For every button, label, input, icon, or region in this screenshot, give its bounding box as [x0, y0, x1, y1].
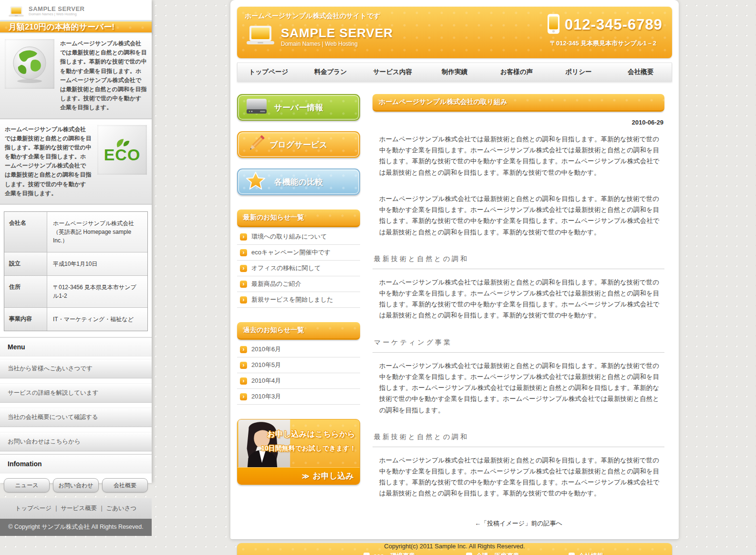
footer-link-greeting[interactable]: ごあいさつ: [106, 505, 136, 512]
archive-item[interactable]: ›2010年4月: [237, 373, 360, 389]
article-section-heading: 最新技術と自然との調和: [373, 433, 664, 447]
sidebar-menu-item-contact[interactable]: お問い合わせはこちらから: [0, 432, 152, 451]
news-panel-heading: 最新のお知らせ一覧: [237, 209, 360, 227]
main-page: ホームページサンプル株式会社のサイトです SAMPLE SERVER Domai…: [230, 0, 679, 540]
page: { "icons": { "list_arrow": "›", "footer_…: [0, 0, 756, 555]
news-button[interactable]: ニュース: [4, 478, 50, 492]
footer-link-top[interactable]: トップページ: [15, 505, 52, 512]
pencil-icon: [246, 133, 267, 156]
site-header: ホームページサンプル株式会社のサイトです SAMPLE SERVER Domai…: [237, 7, 672, 58]
news-item[interactable]: ›最新商品のご紹介: [237, 276, 360, 292]
table-row-value: ホームページサンプル株式会社 （英語表記 Homepage sample Inc…: [47, 212, 147, 252]
article-paragraph: ホームページサンプル株式会社では最新技術と自然との調和を目指します。革新的な技術…: [379, 455, 663, 499]
news-item[interactable]: ›新規サービスを開始しました: [237, 292, 360, 308]
table-row-label: 設立: [4, 252, 47, 275]
article-title: ホームページサンプル株式会社の取り組み: [373, 94, 664, 112]
site-logo-title: SAMPLE SERVER: [281, 27, 393, 39]
site-logo[interactable]: SAMPLE SERVER Domain Names | Web Hosting: [245, 25, 393, 49]
sidebar-menu-item-service[interactable]: サービスの詳細を解説しています: [0, 383, 152, 403]
footer-link-service[interactable]: サービス概要: [61, 505, 97, 512]
sidebar-menu-item-greeting[interactable]: 当社から皆様へごあいさつです: [0, 359, 152, 378]
article-paragraph: ホームページサンプル株式会社では最新技術と自然との調和を目指します。革新的な技術…: [379, 193, 663, 238]
sidebar-logo[interactable]: SAMPLE SERVER Domain Names | Web Hosting: [0, 0, 152, 20]
content-left-column: サーバー情報 ブログサービス 各機能の比較 最新のお知らせ一覧 ›環境への取り組…: [237, 94, 360, 540]
signup-cta-button[interactable]: ≫ お申し込み: [238, 467, 360, 484]
arrow-icon: ›: [240, 233, 247, 241]
article-paragraph: ホームページサンプル株式会社では最新技術と自然との調和を目指します。革新的な技術…: [379, 360, 663, 416]
footer-link[interactable]: ›会社情報: [569, 549, 671, 555]
nav-item-policy[interactable]: ポリシー: [548, 63, 610, 81]
arrow-icon: ›: [240, 377, 247, 385]
sidebar-intro-block-2: ホームページサンプル株式会社では最新技術と自然との調和を目指します。革新的な技術…: [0, 119, 152, 205]
nav-item-voice[interactable]: お客様の声: [486, 63, 548, 81]
nav-item-pricing[interactable]: 料金プラン: [300, 63, 362, 81]
footer-column-1: ›eco・環境事業 ›コンピュータ事業 ›飲食店事業: [363, 549, 466, 555]
information-heading: Infomation: [0, 454, 152, 473]
arrow-icon: ›: [240, 296, 247, 304]
table-row-value: 平成10年1月10日: [47, 252, 147, 275]
sidebar-banner: 月額210円の本格的サーバー!: [0, 21, 152, 33]
table-row: 会社名 ホームページサンプル株式会社 （英語表記 Homepage sample…: [4, 212, 147, 252]
footer-column-3: ›会社情報 ›お問い合わせ ›サイトマップ: [569, 549, 671, 555]
news-item[interactable]: ›環境への取り組みについて: [237, 229, 360, 245]
table-row-label: 事業内容: [4, 308, 47, 331]
table-row-label: 住所: [4, 276, 47, 307]
sidebar-button-row: ニュース お問い合わせ 会社概要: [0, 473, 152, 498]
archive-panel-heading: 過去のお知らせ一覧: [237, 322, 360, 340]
news-list: ›環境への取り組みについて ›ecoキャンペーン開催中です ›オフィスの移転に関…: [237, 229, 360, 308]
arrow-icon: ›: [240, 249, 247, 256]
table-row-value: IT・マーケティング・福祉など: [47, 308, 147, 331]
news-item-label: 最新商品のご紹介: [251, 280, 301, 288]
nav-item-services[interactable]: サービス内容: [362, 63, 424, 81]
signup-banner[interactable]: お申し込みはこちらから 10日間無料でお試しできます！ ≫ お申し込み: [237, 419, 360, 485]
laptop-icon: [245, 25, 276, 49]
hard-drive-icon: [246, 97, 268, 117]
archive-item-label: 2010年6月: [251, 345, 281, 354]
news-item-label: オフィスの移転に関して: [251, 264, 321, 272]
article-section-heading: 最新技術と自然との調和: [373, 255, 664, 269]
company-button[interactable]: 会社概要: [102, 478, 148, 492]
footer-link[interactable]: ›eco・環境事業: [363, 549, 466, 555]
nav-item-works[interactable]: 制作実績: [424, 63, 486, 81]
menu-heading: Menu: [0, 337, 152, 356]
news-item-label: ecoキャンペーン開催中です: [251, 248, 331, 257]
footer-link[interactable]: ›介護・医療事業: [466, 549, 569, 555]
sidebar-intro-text: ホームページサンプル株式会社では最新技術と自然との調和を目指します。革新的な技術…: [60, 39, 147, 113]
nav-item-top[interactable]: トップページ: [238, 63, 300, 81]
table-row: 事業内容 IT・マーケティング・福祉など: [4, 308, 147, 331]
sidebar-intro-block-1: ホームページサンプル株式会社では最新技術と自然との調和を目指します。革新的な技術…: [0, 33, 152, 119]
company-info-table: 会社名 ホームページサンプル株式会社 （英語表記 Homepage sample…: [4, 211, 148, 331]
archive-item[interactable]: ›2010年6月: [237, 342, 360, 357]
sidebar-logo-title: SAMPLE SERVER: [29, 6, 85, 12]
previous-article-link[interactable]: ←「投稿イメージ」前の記事へ: [373, 519, 664, 528]
sidebar-footer-links: トップページ ｜ サービス概要 ｜ ごあいさつ: [0, 498, 152, 519]
laptop-icon: [8, 6, 25, 20]
blog-service-button[interactable]: ブログサービス: [237, 131, 360, 158]
feature-compare-button[interactable]: 各機能の比較: [237, 168, 360, 195]
contact-button[interactable]: お問い合わせ: [53, 478, 99, 492]
arrow-icon: ›: [240, 265, 247, 272]
page-copyright: Copyright(c) 2011 Sample Inc. All Rights…: [230, 543, 679, 550]
arrow-icon: ›: [240, 346, 247, 353]
article-date: 2010-06-29: [373, 119, 663, 126]
phone-number: 012-345-6789: [565, 16, 663, 33]
news-item[interactable]: ›オフィスの移転に関して: [237, 261, 360, 276]
archive-item[interactable]: ›2010年3月: [237, 389, 360, 405]
sidebar-menu-item-company[interactable]: 当社の会社概要について確認する: [0, 408, 152, 427]
arrow-icon: ›: [240, 281, 247, 288]
eco-image: ECO: [97, 125, 147, 175]
nav-item-company[interactable]: 会社概要: [610, 63, 672, 81]
news-item[interactable]: ›ecoキャンペーン開催中です: [237, 245, 360, 261]
site-logo-subtitle: Domain Names | Web Hosting: [281, 41, 393, 47]
separator: ｜: [99, 505, 104, 512]
server-info-label: サーバー情報: [274, 102, 323, 113]
star-icon: [246, 171, 266, 193]
archive-item[interactable]: ›2010年5月: [237, 357, 360, 373]
main-navigation: トップページ 料金プラン サービス内容 制作実績 お客様の声 ポリシー 会社概要: [237, 63, 672, 82]
header-address: 〒012-345 見本県見本市サンプル1－2: [547, 39, 663, 48]
signup-cta-label: お申し込み: [313, 471, 354, 482]
server-info-button[interactable]: サーバー情報: [237, 94, 360, 121]
arrow-icon: ›: [466, 553, 472, 555]
arrow-icon: ›: [363, 553, 370, 555]
archive-item-label: 2010年4月: [251, 377, 281, 385]
